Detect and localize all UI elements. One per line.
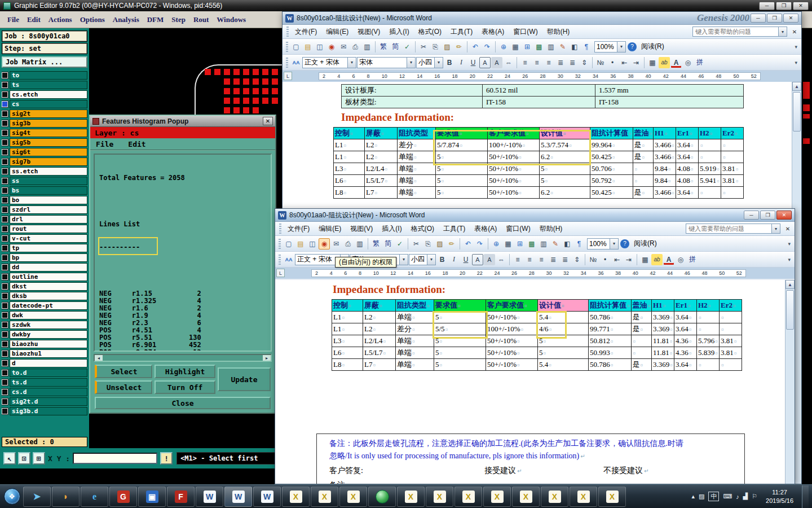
drawing-icon[interactable]: ✎	[557, 41, 568, 52]
volume-icon[interactable]: ♪	[736, 493, 739, 500]
close-button[interactable]: ✕	[263, 117, 273, 125]
insert-table-icon[interactable]: ⊞	[522, 41, 533, 52]
pinned-pointer-app[interactable]: ➤	[23, 487, 51, 507]
layer-row-bp[interactable]: bp	[2, 253, 87, 262]
toolbar-grip[interactable]	[286, 58, 288, 68]
show-hide-icon[interactable]: ¶	[573, 238, 585, 249]
layer-visibility-checkbox[interactable]	[2, 331, 8, 338]
dropdown-icon[interactable]: ▾	[427, 255, 435, 265]
layer-visibility-checkbox[interactable]	[2, 130, 8, 136]
layer-row-sig2t[interactable]: sig2t	[2, 110, 87, 118]
underline-icon[interactable]: U	[460, 254, 471, 265]
highlight-button[interactable]: Highlight	[155, 365, 215, 378]
document-map-icon[interactable]: ◧	[569, 41, 580, 52]
scroll-left-icon[interactable]: ◂	[95, 355, 103, 361]
sheet-document-8[interactable]: X	[512, 487, 540, 507]
toolbar-options-icon[interactable]: ▾	[792, 60, 800, 65]
layer-row-biaozhu[interactable]: biaozhu	[2, 340, 87, 348]
save-tool-app[interactable]: ▣	[138, 487, 166, 507]
show-desktop-button[interactable]	[802, 485, 809, 508]
unselect-button[interactable]: Unselect	[95, 380, 152, 394]
menu-item[interactable]: 编辑(E)	[314, 224, 346, 234]
drawing-icon[interactable]: ✎	[550, 238, 561, 249]
minimize-button[interactable]: ─	[751, 14, 766, 23]
traditional-chinese-icon[interactable]: 繁	[378, 41, 389, 52]
layer-visibility-checkbox[interactable]	[2, 207, 8, 213]
accept-option[interactable]: 接受建议	[484, 466, 522, 476]
bold-icon[interactable]: B	[444, 57, 455, 68]
vertical-scrollbar[interactable]: ▲	[785, 280, 795, 484]
hidden-icons-chevron[interactable]: ▴	[691, 493, 695, 500]
internet-explorer[interactable]: e	[81, 487, 108, 507]
layer-row-bs[interactable]: bs	[2, 186, 87, 195]
toolbar-grip[interactable]	[286, 27, 289, 37]
job-matrix-button[interactable]: Job Matrix ...	[2, 56, 87, 68]
features-list[interactable]: Total Features = 2058 Lines List -------…	[94, 154, 272, 352]
dropdown-icon[interactable]: ▾	[771, 224, 780, 233]
ruler-scale[interactable]: 2468101214161820222426283032343638404244…	[311, 269, 746, 277]
toolbar-grip[interactable]	[286, 42, 288, 52]
email-icon[interactable]: ✉	[338, 41, 349, 52]
bold-icon[interactable]: B	[436, 254, 448, 265]
layer-visibility-checkbox[interactable]	[2, 389, 8, 395]
word-document-2[interactable]: W	[224, 487, 252, 507]
scroll-up-icon[interactable]: ▲	[792, 82, 801, 91]
scroll-thumb[interactable]	[786, 290, 794, 330]
menu-item-analysis[interactable]: Analysis	[109, 15, 143, 24]
pinyin-icon[interactable]: 拼	[694, 57, 705, 68]
layer-visibility-checkbox[interactable]	[2, 255, 8, 261]
word-document-1[interactable]: W	[196, 487, 223, 507]
layer-row-datecode-pt[interactable]: datecode-pt	[2, 301, 87, 310]
layer-row-rout[interactable]: rout	[2, 225, 87, 233]
hyperlink-icon[interactable]: ⊕	[491, 238, 502, 249]
layer-row-sig5b[interactable]: sig5b	[2, 138, 87, 147]
print-icon[interactable]: ⎙	[342, 238, 354, 249]
save-icon[interactable]: ◫	[314, 41, 325, 52]
layer-visibility-checkbox[interactable]	[2, 197, 8, 203]
font-color-icon[interactable]: A	[663, 254, 674, 265]
layer-row-szdrl[interactable]: szdrl	[2, 205, 87, 214]
italic-icon[interactable]: I	[456, 57, 467, 68]
menu-item[interactable]: 格式(O)	[407, 224, 439, 234]
style-select[interactable]: 正文 + 宋体▾	[302, 57, 356, 68]
layer-visibility-checkbox[interactable]	[2, 245, 8, 251]
menu-item[interactable]: 格式(O)	[414, 27, 446, 37]
menu-item[interactable]: 工具(T)	[439, 224, 470, 234]
layer-visibility-checkbox[interactable]	[2, 226, 8, 232]
histogram-row[interactable]: POS r4.51 4	[99, 326, 266, 334]
undo-icon[interactable]: ↶	[462, 238, 474, 249]
email-icon[interactable]: ✉	[330, 238, 342, 249]
toolbar-grip[interactable]	[279, 255, 281, 265]
new-doc-icon[interactable]: ▢	[290, 41, 302, 52]
tab-selector[interactable]: L	[284, 72, 292, 80]
copy-icon[interactable]: ⎘	[422, 238, 434, 249]
language-indicator[interactable]: 中	[708, 492, 719, 501]
layer-visibility-checkbox[interactable]	[2, 293, 8, 299]
redo-icon[interactable]: ↷	[482, 41, 493, 52]
layer-visibility-checkbox[interactable]	[2, 216, 8, 222]
sheet-document-9[interactable]: X	[541, 487, 568, 507]
menu-item[interactable]: 插入(I)	[385, 27, 413, 37]
layer-row-ss.etch[interactable]: ss.etch	[2, 167, 87, 176]
distribute-icon[interactable]: ≣	[559, 254, 571, 265]
menu-item[interactable]: 帮助(H)	[535, 224, 567, 234]
layer-row-drl[interactable]: drl	[2, 215, 87, 224]
word2-titlebar[interactable]: W 8s00y01aa0-阻抗设计(New) - Microsoft Word …	[275, 209, 795, 222]
char-shading-icon[interactable]: A	[491, 57, 502, 68]
sheet-document-10[interactable]: X	[570, 487, 597, 507]
simplified-chinese-icon[interactable]: 简	[390, 41, 401, 52]
layer-row-dwk[interactable]: dwk	[2, 311, 87, 319]
align-left-icon[interactable]: ≡	[512, 254, 523, 265]
toolbar-grip[interactable]	[279, 224, 281, 234]
menu-item-windows[interactable]: Windows	[213, 15, 250, 24]
word-document-3[interactable]: W	[253, 487, 281, 507]
sheet-document-7[interactable]: X	[483, 487, 511, 507]
underline-icon[interactable]: U	[467, 57, 479, 68]
circled-char-icon[interactable]: ◎	[682, 57, 694, 68]
menu-item-file[interactable]: File	[96, 140, 113, 148]
close-button[interactable]: ✕	[783, 14, 798, 23]
close-dialog-button[interactable]: Close	[95, 397, 271, 409]
dropdown-icon[interactable]: ▾	[399, 255, 408, 265]
layer-row-dkst[interactable]: dkst	[2, 282, 87, 291]
show-hide-icon[interactable]: ¶	[581, 41, 592, 52]
